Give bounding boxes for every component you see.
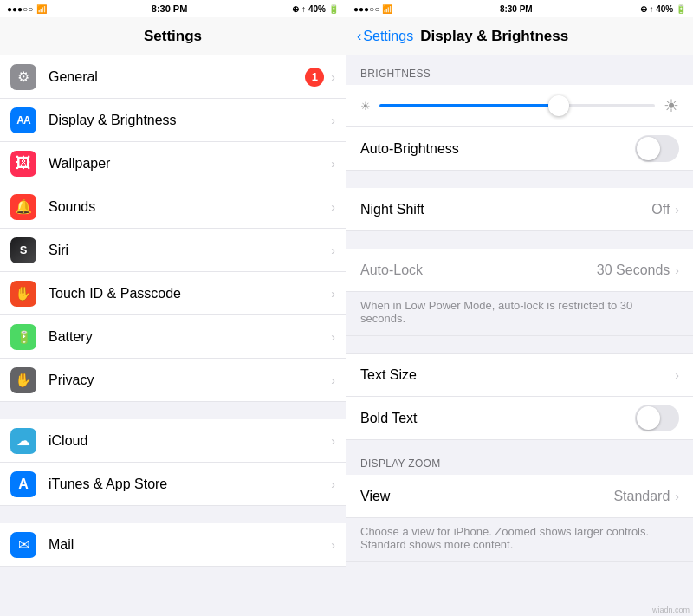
privacy-label: Privacy (49, 373, 331, 388)
right-nav-bar: ‹ Settings Display & Brightness (346, 17, 693, 55)
general-icon: ⚙ (10, 64, 36, 90)
separator-2 (346, 231, 693, 249)
brightness-slider-track[interactable] (379, 104, 655, 107)
display-icon: AA (10, 107, 36, 133)
location-icon: ⊕ (292, 4, 299, 14)
settings-item-privacy[interactable]: ✋ Privacy › (0, 359, 346, 402)
view-label: View (360, 489, 613, 504)
brightness-low-icon: ☀ (360, 100, 371, 113)
view-chevron: › (675, 490, 679, 503)
siri-label: Siri (49, 243, 331, 258)
wallpaper-label: Wallpaper (49, 156, 331, 172)
brightness-high-icon: ☀ (664, 95, 679, 116)
settings-item-sounds[interactable]: 🔔 Sounds › (0, 185, 346, 229)
section-separator-1 (0, 402, 346, 419)
right-battery-area: ⊕ ↑ 40% 🔋 (640, 4, 686, 14)
touchid-chevron: › (331, 287, 335, 301)
bold-text-row[interactable]: Bold Text (346, 397, 693, 440)
wallpaper-icon: 🖼 (10, 151, 36, 177)
settings-item-display[interactable]: AA Display & Brightness › (0, 99, 346, 142)
itunes-chevron: › (331, 477, 335, 491)
night-shift-row[interactable]: Night Shift Off › (346, 188, 693, 231)
mail-chevron: › (331, 538, 335, 552)
icloud-label: iCloud (49, 433, 331, 449)
auto-brightness-label: Auto-Brightness (360, 141, 635, 157)
right-arrow-icon: ↑ (649, 4, 653, 14)
settings-item-battery[interactable]: 🔋 Battery › (0, 315, 346, 359)
touchid-label: Touch ID & Passcode (49, 286, 331, 302)
battery-chevron: › (331, 330, 335, 344)
watermark: wiadn.com (652, 606, 690, 614)
text-size-chevron: › (675, 368, 679, 382)
left-title: Settings (144, 28, 202, 45)
bold-text-toggle-thumb (637, 406, 660, 430)
sounds-chevron: › (331, 200, 335, 214)
sounds-icon: 🔔 (10, 194, 36, 220)
right-title: Display & Brightness (420, 28, 568, 45)
night-shift-chevron: › (675, 203, 679, 217)
left-battery-area: ⊕ ↑ 40% 🔋 (292, 4, 339, 14)
right-signal-dots: ●●●○○ (353, 4, 379, 14)
signal-dots: ●●●○○ (7, 4, 33, 14)
general-badge: 1 (305, 68, 324, 87)
settings-item-siri[interactable]: S Siri › (0, 229, 346, 272)
itunes-icon: A (10, 471, 36, 497)
settings-item-itunes[interactable]: A iTunes & App Store › (0, 463, 346, 506)
arrow-icon: ↑ (301, 4, 306, 14)
siri-icon: S (10, 237, 36, 263)
auto-brightness-row[interactable]: Auto-Brightness (346, 127, 693, 171)
brightness-slider-thumb[interactable] (548, 95, 569, 116)
left-nav-bar: Settings (0, 17, 346, 55)
right-time: 8:30 PM (500, 4, 533, 14)
mail-label: Mail (49, 537, 331, 553)
settings-item-touchid[interactable]: ✋ Touch ID & Passcode › (0, 272, 346, 315)
wifi-icon: 📶 (36, 4, 47, 14)
privacy-icon: ✋ (10, 367, 36, 393)
battery-settings-icon: 🔋 (10, 324, 36, 350)
right-status-bar: ●●●○○ 📶 8:30 PM ⊕ ↑ 40% 🔋 (346, 0, 693, 17)
back-label: Settings (363, 29, 413, 44)
auto-brightness-toggle[interactable] (635, 135, 679, 162)
icloud-chevron: › (331, 434, 335, 448)
touchid-icon: ✋ (10, 281, 36, 307)
settings-item-icloud[interactable]: ☁ iCloud › (0, 419, 346, 463)
display-label: Display & Brightness (49, 113, 331, 128)
settings-list: ⚙ General 1 › AA Display & Brightness › … (0, 55, 346, 616)
settings-item-mail[interactable]: ✉ Mail › (0, 523, 346, 567)
text-size-label: Text Size (360, 367, 675, 383)
settings-item-general[interactable]: ⚙ General 1 › (0, 55, 346, 99)
right-location-icon: ⊕ (640, 4, 647, 14)
sounds-label: Sounds (49, 199, 331, 215)
view-row[interactable]: View Standard › (346, 475, 693, 518)
left-time: 8:30 PM (152, 3, 188, 14)
right-panel: ●●●○○ 📶 8:30 PM ⊕ ↑ 40% 🔋 ‹ Settings Dis… (346, 0, 693, 616)
brightness-section-header: BRIGHTNESS (346, 55, 693, 85)
itunes-label: iTunes & App Store (49, 477, 331, 492)
text-size-row[interactable]: Text Size › (346, 353, 693, 397)
mail-icon: ✉ (10, 532, 36, 558)
auto-lock-value: 30 Seconds (597, 263, 670, 278)
privacy-chevron: › (331, 373, 335, 387)
display-zoom-section-header: DISPLAY ZOOM (346, 445, 693, 475)
bold-text-label: Bold Text (360, 411, 635, 426)
section-separator-2 (0, 506, 346, 523)
right-content: BRIGHTNESS ☀ ☀ Auto-Brightness Night Shi… (346, 55, 693, 616)
auto-brightness-toggle-thumb (637, 137, 660, 160)
separator-1 (346, 171, 693, 188)
brightness-slider-fill (379, 104, 559, 107)
auto-lock-label: Auto-Lock (360, 263, 597, 278)
settings-item-wallpaper[interactable]: 🖼 Wallpaper › (0, 142, 346, 185)
brightness-row: ☀ ☀ (346, 85, 693, 127)
display-chevron: › (331, 113, 335, 127)
auto-lock-row[interactable]: Auto-Lock 30 Seconds › (346, 249, 693, 292)
general-chevron: › (331, 70, 335, 84)
right-battery-pct: 40% (656, 4, 673, 14)
bold-text-toggle[interactable] (635, 405, 679, 431)
left-panel: ●●●○○ 📶 8:30 PM ⊕ ↑ 40% 🔋 Settings ⚙ Gen… (0, 0, 346, 616)
battery-icon: 🔋 (328, 4, 339, 14)
night-shift-value: Off (651, 202, 670, 217)
icloud-icon: ☁ (10, 428, 36, 454)
auto-lock-chevron: › (675, 263, 679, 277)
battery-label: Battery (49, 329, 331, 345)
back-button[interactable]: ‹ Settings (357, 29, 413, 44)
